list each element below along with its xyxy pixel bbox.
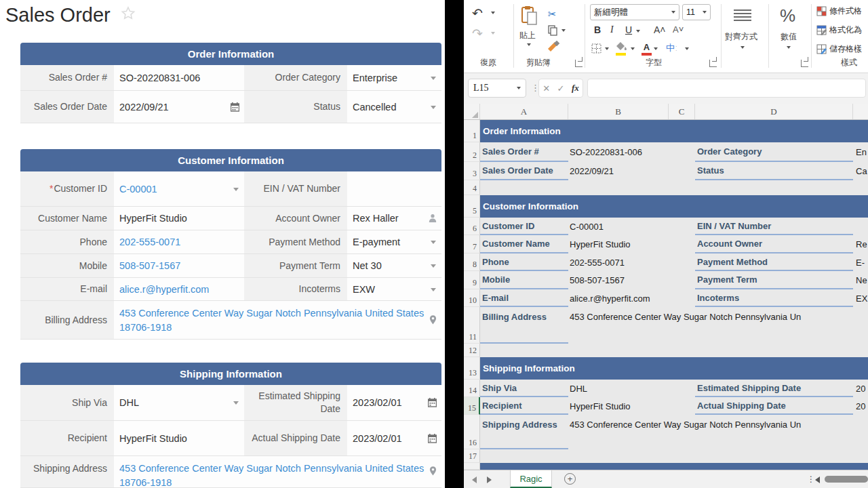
cell[interactable] [669, 162, 695, 180]
row-header[interactable]: 1 [464, 120, 480, 142]
cell-label[interactable]: Customer Name [480, 235, 568, 253]
fill-color-button[interactable] [616, 42, 627, 56]
chevron-down-icon[interactable] [431, 77, 436, 80]
column-header-e[interactable] [853, 104, 868, 119]
chevron-down-icon[interactable] [517, 87, 521, 89]
sheet-tab-ragic[interactable]: Ragic [510, 470, 552, 488]
cell[interactable] [480, 344, 868, 357]
cell-label[interactable]: Recipient [480, 397, 568, 415]
row-header[interactable]: 8 [464, 253, 480, 271]
cell[interactable] [669, 253, 695, 271]
underline-dropdown-icon[interactable] [636, 30, 640, 33]
cell-banner[interactable]: Sales Information [480, 463, 868, 470]
calendar-icon[interactable] [231, 102, 239, 112]
row-header[interactable]: 10 [464, 289, 480, 307]
row-header-selected[interactable]: 15 [464, 397, 480, 415]
prev-sheet-icon[interactable] [472, 476, 477, 483]
cell[interactable] [669, 271, 695, 289]
cell[interactable] [669, 218, 695, 235]
payment-method-select[interactable]: E-payment [347, 230, 441, 253]
chevron-down-icon[interactable] [671, 11, 675, 14]
undo-button[interactable]: ↶ [472, 5, 483, 21]
cell-value[interactable]: 453 Conference Center Way Sugar Notch Pe… [568, 415, 868, 449]
email-field[interactable]: alice.r@hyperfit.com [114, 278, 244, 300]
status-select[interactable]: Cancelled [347, 91, 441, 123]
font-size-combo[interactable]: 11 [682, 4, 711, 20]
add-sheet-button[interactable]: + [564, 473, 576, 485]
cell-label[interactable]: Phone [480, 253, 568, 271]
cell-value[interactable]: 20 [853, 380, 868, 397]
row-header[interactable]: 12 [464, 344, 480, 357]
chevron-down-icon[interactable] [431, 288, 436, 291]
cell-value[interactable]: E- [853, 253, 868, 271]
font-dialog-launcher[interactable] [709, 60, 717, 67]
cell-value[interactable]: DHL [568, 380, 669, 397]
location-pin-icon[interactable] [429, 315, 437, 325]
font-name-combo[interactable]: 新細明體 [590, 4, 679, 20]
cell-value[interactable]: 2022/09/21 [568, 162, 669, 180]
sales-order-number-field[interactable]: SO-20220831-006 [114, 65, 244, 90]
cell-label[interactable]: Ship Via [480, 380, 568, 397]
row-header[interactable]: 13 [464, 357, 480, 380]
cell-label[interactable]: Customer ID [480, 218, 568, 235]
cell-label[interactable]: Payment Term [695, 271, 853, 289]
cell[interactable] [669, 235, 695, 253]
formula-input[interactable] [587, 79, 866, 98]
cell-label[interactable]: Estimated Shipping Date [695, 380, 853, 397]
row-header[interactable]: 17 [464, 449, 480, 463]
cell-label[interactable]: Shipping Address [480, 415, 568, 449]
cell-value[interactable]: Ca [853, 162, 868, 180]
cell[interactable] [669, 289, 695, 307]
cell-value[interactable]: HyperFit Studio [568, 235, 669, 253]
cell-label[interactable]: E-mail [480, 289, 568, 307]
cell-styles-button[interactable]: 儲存格樣 [816, 43, 868, 55]
phonetic-dropdown-icon[interactable] [685, 47, 689, 50]
redo-button[interactable]: ↷ [472, 26, 483, 41]
cell[interactable] [669, 380, 695, 397]
cell-value[interactable]: Ne [853, 271, 868, 289]
column-header-a[interactable]: A [480, 104, 568, 119]
cell-label[interactable]: Actual Shipping Date [695, 397, 853, 415]
favorite-star-icon[interactable] [120, 4, 136, 26]
scroll-left-icon[interactable] [815, 476, 820, 483]
incoterms-select[interactable]: EXW [347, 278, 441, 300]
cell-value[interactable]: 20 [853, 397, 868, 415]
calendar-icon[interactable] [428, 398, 437, 407]
row-header[interactable]: 11 [464, 307, 480, 344]
cell-banner[interactable]: Order Information [480, 120, 868, 142]
order-category-select[interactable]: Enterprise [347, 65, 441, 90]
enter-check-icon[interactable]: ✓ [557, 83, 565, 94]
chevron-down-icon[interactable] [233, 401, 239, 405]
cell-value[interactable]: 202-555-0071 [568, 253, 669, 271]
cell-value[interactable]: HyperFit Studio [568, 397, 669, 415]
undo-dropdown-icon[interactable] [491, 12, 495, 14]
row-header[interactable]: 9 [464, 271, 480, 289]
cell-label[interactable]: Sales Order # [480, 142, 568, 162]
cell-value[interactable]: Re [853, 235, 868, 253]
location-pin-icon[interactable] [429, 466, 437, 476]
name-box[interactable]: L15 [468, 79, 526, 98]
copy-dropdown-icon[interactable] [561, 29, 566, 32]
chevron-down-icon[interactable] [233, 188, 239, 191]
cell-label[interactable]: Order Category [695, 142, 853, 162]
increase-font-button[interactable]: A˄ [654, 24, 666, 35]
italic-button[interactable]: I [610, 24, 614, 35]
redo-dropdown-icon[interactable] [491, 32, 495, 35]
number-dropdown-icon[interactable] [787, 46, 791, 49]
horizontal-scrollbar-thumb[interactable] [825, 476, 868, 483]
column-header-d[interactable]: D [695, 104, 853, 119]
insert-function-icon[interactable]: fx [572, 83, 579, 94]
cell-banner[interactable]: Customer Information [480, 195, 868, 218]
cell-value[interactable]: 508-507-1567 [568, 271, 669, 289]
cell-value[interactable]: alice.r@hyperfit.com [568, 289, 669, 307]
select-all-button[interactable] [464, 104, 480, 119]
cell-label[interactable]: Account Owner [695, 235, 853, 253]
estimated-shipping-date-field[interactable]: 2023/02/01 [347, 385, 441, 420]
cut-button[interactable]: ✂ [548, 8, 557, 20]
cell-label[interactable]: Billing Address [480, 307, 568, 344]
cell[interactable] [669, 397, 695, 415]
cell-banner[interactable]: Shipping Information [480, 357, 868, 380]
row-header[interactable]: 14 [464, 380, 480, 397]
borders-button[interactable] [591, 43, 601, 56]
font-color-dropdown-icon[interactable] [654, 47, 658, 50]
